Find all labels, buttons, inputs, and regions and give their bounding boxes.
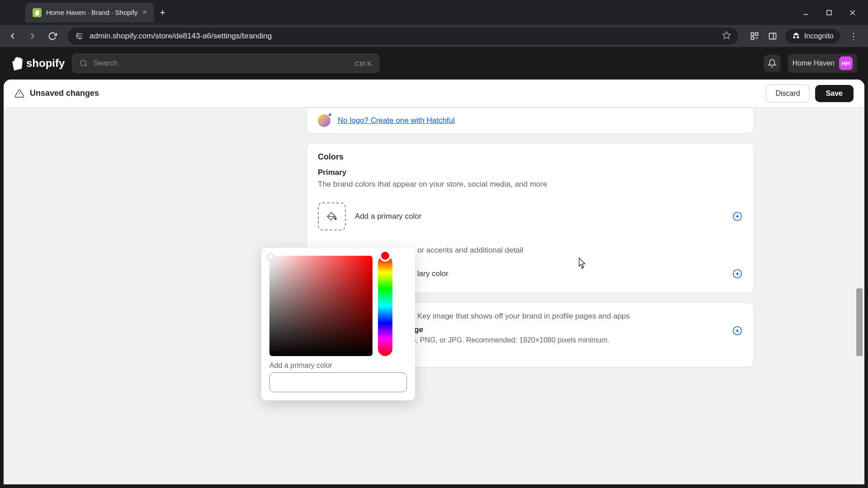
primary-color-row[interactable]: Add a primary color xyxy=(318,198,743,235)
search-shortcut: Ctrl K xyxy=(355,60,372,67)
incognito-label: Incognito xyxy=(804,32,834,40)
url-bar: admin.shopify.com/store/de8143-a6/settin… xyxy=(0,25,868,47)
bookmark-star-icon[interactable] xyxy=(722,31,731,42)
scrollbar-track[interactable] xyxy=(855,108,863,484)
shopify-app: shopify Search Ctrl K Home Haven HH Unsa… xyxy=(0,47,868,488)
plus-circle-icon xyxy=(732,326,742,336)
svg-point-8 xyxy=(76,35,78,37)
add-primary-button[interactable] xyxy=(732,211,743,222)
primary-swatch-placeholder[interactable] xyxy=(318,202,346,230)
hatchful-banner: No logo? Create one with Hatchful xyxy=(307,108,754,134)
unsaved-changes-bar: Unsaved changes Discard Save xyxy=(4,80,864,108)
saturation-value-field[interactable] xyxy=(269,256,373,356)
content-scroll[interactable]: No logo? Create one with Hatchful Colors… xyxy=(4,108,864,484)
url-input[interactable]: admin.shopify.com/store/de8143-a6/settin… xyxy=(68,28,738,45)
close-icon[interactable]: × xyxy=(142,8,147,17)
shopify-bag-icon xyxy=(11,56,24,70)
primary-description: The brand colors that appear on your sto… xyxy=(318,180,743,189)
search-icon xyxy=(80,59,88,67)
search-placeholder: Search xyxy=(93,59,349,68)
notifications-button[interactable] xyxy=(764,55,781,72)
shopify-logo-text: shopify xyxy=(26,57,65,70)
svg-rect-13 xyxy=(751,37,754,39)
account-menu[interactable]: Home Haven HH xyxy=(788,54,857,73)
add-secondary-button[interactable] xyxy=(732,268,743,279)
extension-icons xyxy=(745,31,782,42)
hatchful-link[interactable]: No logo? Create one with Hatchful xyxy=(338,116,455,125)
svg-line-18 xyxy=(85,65,87,66)
warning-icon xyxy=(14,89,24,99)
color-picker-popover: Add a primary color xyxy=(261,248,415,400)
browser-tab[interactable]: Home Haven · Brand · Shopify × xyxy=(25,3,154,23)
unsaved-text: Unsaved changes xyxy=(30,89,760,98)
browser-menu-button[interactable]: ⋮ xyxy=(844,31,863,42)
colors-title: Colors xyxy=(318,152,743,162)
bell-icon xyxy=(768,59,777,68)
picker-label: Add a primary color xyxy=(269,361,407,370)
close-window-button[interactable] xyxy=(848,8,857,17)
hue-cursor[interactable] xyxy=(379,250,391,262)
account-name: Home Haven xyxy=(793,59,835,67)
maximize-button[interactable] xyxy=(825,8,834,17)
incognito-icon xyxy=(792,32,801,41)
svg-point-7 xyxy=(77,33,78,34)
add-cover-button[interactable] xyxy=(732,325,743,336)
svg-marker-10 xyxy=(723,31,731,38)
browser-chrome: Home Haven · Brand · Shopify × + admin.s… xyxy=(0,0,868,47)
save-button[interactable]: Save xyxy=(815,85,854,102)
shopify-header: shopify Search Ctrl K Home Haven HH xyxy=(0,47,868,80)
minimize-button[interactable] xyxy=(801,8,810,17)
svg-rect-15 xyxy=(769,33,776,39)
forward-button[interactable] xyxy=(24,28,41,44)
new-tab-button[interactable]: + xyxy=(160,7,165,19)
shopify-favicon xyxy=(33,8,42,17)
main-body: Unsaved changes Discard Save No logo? Cr… xyxy=(4,80,864,484)
hue-slider[interactable] xyxy=(378,256,392,356)
sv-cursor[interactable] xyxy=(268,254,274,260)
svg-rect-11 xyxy=(751,33,754,35)
site-settings-icon[interactable] xyxy=(75,32,84,41)
svg-rect-1 xyxy=(827,10,831,15)
incognito-indicator[interactable]: Incognito xyxy=(785,29,840,43)
url-text: admin.shopify.com/store/de8143-a6/settin… xyxy=(90,32,717,41)
tab-title: Home Haven · Brand · Shopify xyxy=(46,9,138,16)
reading-list-icon[interactable] xyxy=(749,31,760,42)
shopify-logo[interactable]: shopify xyxy=(11,56,65,70)
svg-rect-12 xyxy=(755,33,758,35)
paint-bucket-icon xyxy=(326,211,337,222)
color-hex-input[interactable] xyxy=(269,372,407,392)
tab-bar: Home Haven · Brand · Shopify × + xyxy=(0,0,868,25)
back-button[interactable] xyxy=(5,28,21,44)
secondary-row-label-fragment: lary color xyxy=(417,269,723,278)
primary-row-label: Add a primary color xyxy=(355,212,723,221)
plus-circle-icon xyxy=(732,269,742,279)
search-input[interactable]: Search Ctrl K xyxy=(72,54,379,73)
scrollbar-thumb[interactable] xyxy=(856,288,863,356)
primary-subtitle: Primary xyxy=(318,168,743,177)
window-controls xyxy=(801,8,864,17)
plus-circle-icon xyxy=(732,211,742,221)
hatchful-icon xyxy=(318,114,330,127)
reload-button[interactable] xyxy=(44,28,61,44)
svg-point-17 xyxy=(81,60,86,66)
discard-button[interactable]: Discard xyxy=(766,84,809,103)
svg-point-9 xyxy=(79,38,80,39)
avatar: HH xyxy=(839,56,853,70)
side-panel-icon[interactable] xyxy=(767,31,778,42)
